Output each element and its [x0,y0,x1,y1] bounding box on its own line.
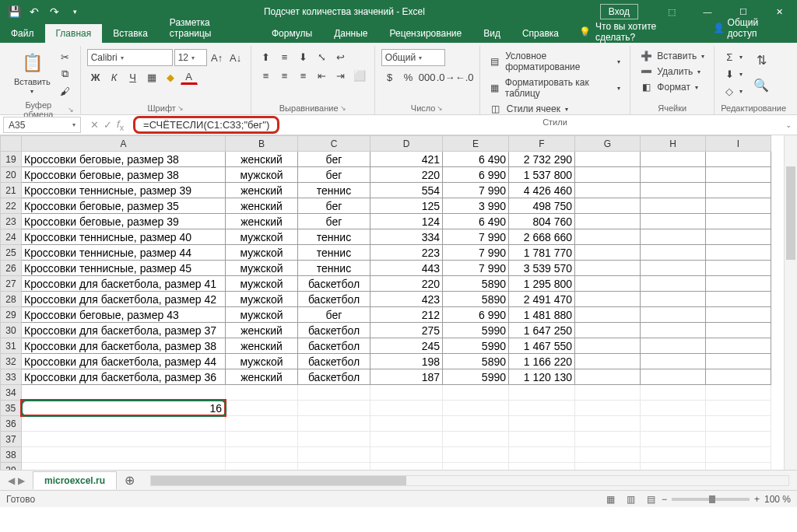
cell[interactable] [575,432,641,447]
redo-icon[interactable]: ↷ [45,2,64,21]
percent-icon[interactable]: % [400,69,417,85]
cell[interactable] [298,447,370,463]
cell[interactable] [509,463,575,471]
spreadsheet-grid[interactable]: ABCDEFGHI 19 Кроссовки беговые, размер 3… [0,135,797,470]
normal-view-icon[interactable]: ▦ [601,494,621,505]
align-middle-icon[interactable]: ≡ [276,49,293,65]
sheet-nav-prev-icon[interactable]: ◀ [8,475,15,486]
cell[interactable]: мужской [226,276,298,292]
orientation-icon[interactable]: ⤡ [314,49,331,65]
cell[interactable]: баскетбол [298,276,370,292]
cell[interactable]: Кроссовки для баскетбола, размер 36 [22,369,226,385]
cell[interactable]: 1 166 220 [509,354,575,369]
cell[interactable] [443,416,509,432]
column-header[interactable]: D [370,136,443,152]
cell[interactable] [641,167,706,183]
page-break-view-icon[interactable]: ▤ [641,494,662,505]
column-header[interactable]: E [443,136,509,152]
cell[interactable] [641,307,706,323]
cell[interactable]: 1 467 550 [509,338,575,354]
cell[interactable] [509,385,575,401]
cell[interactable] [370,385,443,401]
formula-input[interactable]: =СЧЁТЕСЛИ(C1:C33;"бег") [133,116,279,134]
cell[interactable]: 5890 [443,354,509,369]
cell[interactable]: Кроссовки для баскетбола, размер 41 [22,276,226,292]
cell[interactable]: бег [298,214,370,229]
cell[interactable]: 443 [370,261,443,276]
align-left-icon[interactable]: ≡ [258,68,275,83]
font-size-select[interactable]: 12▾ [174,49,207,66]
cell[interactable]: 7 990 [443,245,509,261]
cell[interactable] [226,385,298,401]
cell[interactable] [298,385,370,401]
cell[interactable] [641,432,706,447]
cell[interactable]: 187 [370,369,443,385]
cell[interactable] [706,183,771,198]
cell[interactable] [641,338,706,354]
sheet-nav-next-icon[interactable]: ▶ [18,475,25,486]
cell[interactable] [509,401,575,416]
cell[interactable]: 1 537 800 [509,167,575,183]
insert-cells-button[interactable]: ➕Вставить▾ [637,49,707,63]
add-sheet-icon[interactable]: ⊕ [117,473,142,488]
cell[interactable] [575,354,641,369]
cell[interactable]: теннис [298,183,370,198]
cell[interactable]: мужской [226,261,298,276]
cell[interactable]: 220 [370,167,443,183]
cell[interactable] [22,385,226,401]
cell[interactable]: 275 [370,323,443,338]
cell[interactable] [443,401,509,416]
qat-dropdown-icon[interactable]: ▾ [65,2,84,21]
tab-home[interactable]: Главная [45,24,103,43]
cell[interactable] [706,167,771,183]
cell[interactable] [706,338,771,354]
tab-help[interactable]: Справка [511,24,570,43]
cell[interactable] [575,369,641,385]
horizontal-scrollbar[interactable] [150,475,789,486]
row-header[interactable]: 36 [1,416,22,432]
cell[interactable] [575,214,641,229]
cell[interactable] [509,447,575,463]
row-header[interactable]: 27 [1,276,22,292]
cell[interactable]: 421 [370,152,443,167]
cell[interactable]: баскетбол [298,354,370,369]
cell[interactable]: женский [226,198,298,214]
cell[interactable] [575,245,641,261]
cell[interactable] [706,307,771,323]
cell[interactable]: 1 120 130 [509,369,575,385]
cell[interactable]: 125 [370,198,443,214]
tab-review[interactable]: Рецензирование [379,24,473,43]
cell[interactable]: баскетбол [298,369,370,385]
comma-icon[interactable]: 000 [419,69,436,85]
zoom-out-icon[interactable]: − [662,494,667,505]
dialog-launcher-icon[interactable]: ↘ [177,104,184,112]
align-bottom-icon[interactable]: ⬇ [295,49,312,65]
cell[interactable]: 1 481 880 [509,307,575,323]
number-format-select[interactable]: Общий▾ [381,49,445,66]
cell[interactable] [509,416,575,432]
cell[interactable]: 5890 [443,276,509,292]
save-icon[interactable]: 💾 [5,2,23,21]
login-button[interactable]: Вход [600,4,638,19]
italic-button[interactable]: К [106,69,123,85]
decrease-indent-icon[interactable]: ⇤ [314,68,331,83]
cell[interactable] [641,323,706,338]
tell-me[interactable]: 💡Что вы хотите сделать? [570,21,702,43]
cell[interactable] [575,183,641,198]
column-header[interactable]: B [226,136,298,152]
cell[interactable] [706,198,771,214]
cell[interactable]: бег [298,307,370,323]
font-color-icon[interactable]: A [181,69,198,85]
row-header[interactable]: 20 [1,167,22,183]
cell[interactable] [575,323,641,338]
fill-icon[interactable]: ⬇ [721,66,738,82]
cell[interactable] [575,447,641,463]
tab-file[interactable]: Файл [0,24,45,43]
row-header[interactable]: 25 [1,245,22,261]
cell[interactable] [706,152,771,167]
cell[interactable]: Кроссовки беговые, размер 43 [22,307,226,323]
cell[interactable]: мужской [226,354,298,369]
cell[interactable] [706,245,771,261]
row-header[interactable]: 26 [1,261,22,276]
column-header[interactable]: C [298,136,370,152]
